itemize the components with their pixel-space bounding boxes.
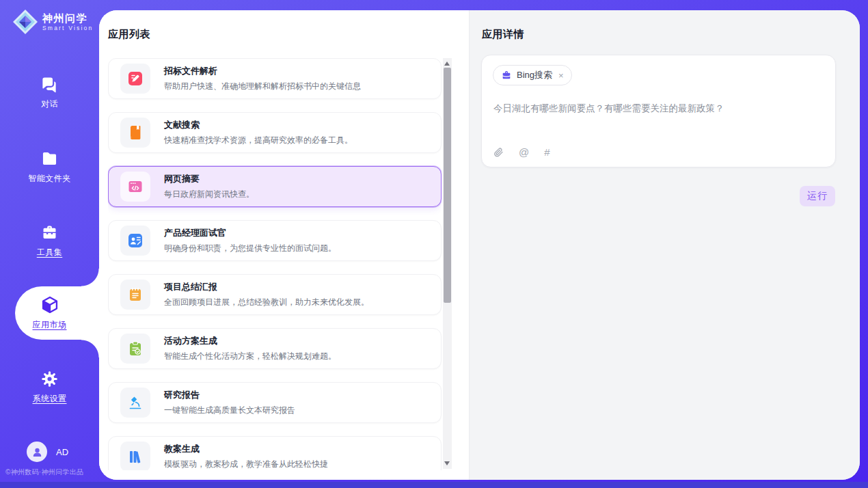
app-card-title: 研究报告 [164,389,295,401]
hash-icon[interactable]: # [544,147,550,158]
sidebar-label-toolset: 工具集 [37,247,63,258]
app-detail-panel: 应用详情 Bing搜索 × 今日湖北有哪些新闻要点？有哪些需要关注的最新政策？ … [469,10,860,480]
app-card-title: 产品经理面试官 [164,227,336,239]
app-list-panel: 应用列表 招标文件解析 帮助用户快速、准确地理解和解析招标书中的关键信息 [99,10,469,480]
sidebar-label-app-market: 应用市场 [33,319,67,331]
user-initials: AD [56,447,68,457]
books-icon [127,448,144,465]
sidebar: 神州问学 Smart Vision 对话 智能文件夹 工具集 应 [0,0,99,488]
person-icon [31,446,43,458]
app-icon-box [120,334,150,364]
app-detail-title: 应用详情 [482,28,524,41]
cube-icon [40,295,59,314]
toolbox-icon [40,223,59,242]
bump-curve-bottom [81,340,99,357]
sidebar-label-settings: 系统设置 [33,393,67,405]
app-card-title: 教案生成 [164,443,328,455]
app-card-tender-parse[interactable]: 招标文件解析 帮助用户快速、准确地理解和解析招标书中的关键信息 [108,58,442,99]
briefcase-icon [501,70,512,81]
query-input[interactable]: 今日湖北有哪些新闻要点？有哪些需要关注的最新政策？ [493,102,822,116]
interviewer-icon [127,232,144,249]
book-icon [127,124,144,141]
app-card-desc: 一键智能生成高质量长文本研究报告 [164,405,295,416]
microscope-icon [127,394,144,411]
main-panel: 应用列表 招标文件解析 帮助用户快速、准确地理解和解析招标书中的关键信息 [99,10,860,480]
app-card-desc: 智能生成个性化活动方案，轻松解决规划难题。 [164,351,336,362]
chat-icon [40,75,59,94]
gear-icon [40,370,59,388]
app-icon-box [120,118,150,148]
attachment-toolbar: @ # [493,147,550,158]
folder-icon [40,150,59,168]
app-list-scrollbar[interactable] [443,58,452,469]
scroll-down-arrow-icon[interactable] [444,461,450,465]
sidebar-label-smart-folder: 智能文件夹 [28,173,71,185]
scrollbar-thumb[interactable] [444,68,451,303]
app-card-title: 活动方案生成 [164,335,336,347]
bump-curve-top [81,269,99,286]
copyright-footer: ©神州数码·神州问学出品 [5,467,83,477]
chip-close-icon[interactable]: × [558,70,564,81]
diamond-logo-icon [12,9,38,35]
sidebar-item-app-market[interactable]: 应用市场 [0,295,99,331]
app-card-title: 文献搜索 [164,119,353,131]
pencil-edit-icon [127,70,144,87]
prompt-card: Bing搜索 × 今日湖北有哪些新闻要点？有哪些需要关注的最新政策？ @ # [481,55,836,167]
avatar[interactable] [27,442,47,462]
plugin-chip-bing-search[interactable]: Bing搜索 × [493,65,572,85]
app-card-literature-search[interactable]: 文献搜索 快速精准查找学术资源，提高研究效率的必备工具。 [108,112,442,153]
app-icon-box [120,64,150,94]
app-card-project-summary[interactable]: 项目总结汇报 全面回顾项目进展，总结经验教训，助力未来优化发展。 [108,274,442,315]
app-icon-box [120,442,150,470]
webpage-code-icon [127,178,144,195]
sidebar-item-chat[interactable]: 对话 [0,75,99,110]
user-row[interactable]: AD [27,442,68,462]
sidebar-item-settings[interactable]: 系统设置 [0,370,99,405]
app-card-activity-plan[interactable]: 活动方案生成 智能生成个性化活动方案，轻松解决规划难题。 [108,328,442,369]
app-icon-box [120,226,150,256]
scroll-up-arrow-icon[interactable] [444,62,450,66]
app-list: 招标文件解析 帮助用户快速、准确地理解和解析招标书中的关键信息 文献搜索 快速精… [108,58,442,470]
app-card-desc: 明确身份和职责，为您提供专业性的面试问题。 [164,243,336,254]
app-card-lesson-plan[interactable]: 教案生成 模板驱动，教案秒成，教学准备从此轻松快捷 [108,436,442,470]
brand-title: 神州问学 [42,12,93,25]
app-card-title: 招标文件解析 [164,65,361,77]
app-card-title: 网页摘要 [164,173,254,185]
app-icon-box [120,172,150,202]
app-card-research-report[interactable]: 研究报告 一键智能生成高质量长文本研究报告 [108,382,442,423]
clipboard-check-icon [127,340,144,357]
mention-icon[interactable]: @ [519,147,529,158]
app-card-desc: 模板驱动，教案秒成，教学准备从此轻松快捷 [164,459,328,470]
app-card-pm-interviewer[interactable]: 产品经理面试官 明确身份和职责，为您提供专业性的面试问题。 [108,220,442,261]
sidebar-item-smart-folder[interactable]: 智能文件夹 [0,150,99,185]
sidebar-label-chat: 对话 [41,98,58,110]
app-list-title: 应用列表 [108,28,150,41]
run-button[interactable]: 运行 [800,186,835,206]
window-bottom-strip [0,482,868,488]
sidebar-item-toolset[interactable]: 工具集 [0,223,99,258]
app-icon-box [120,280,150,310]
app-card-desc: 帮助用户快速、准确地理解和解析招标书中的关键信息 [164,81,361,92]
app-card-desc: 全面回顾项目进展，总结经验教训，助力未来优化发展。 [164,297,369,308]
app-card-desc: 快速精准查找学术资源，提高研究效率的必备工具。 [164,135,353,146]
app-card-webpage-summary[interactable]: 网页摘要 每日政府新闻资讯快查。 [108,166,442,207]
app-icon-box [120,388,150,418]
app-card-title: 项目总结汇报 [164,281,369,293]
notepad-icon [127,286,144,303]
plugin-chip-label: Bing搜索 [517,69,552,81]
app-card-desc: 每日政府新闻资讯快查。 [164,189,254,200]
brand-subtitle: Smart Vision [42,25,93,31]
paperclip-icon[interactable] [493,147,504,158]
brand-logo: 神州问学 Smart Vision [12,9,93,35]
